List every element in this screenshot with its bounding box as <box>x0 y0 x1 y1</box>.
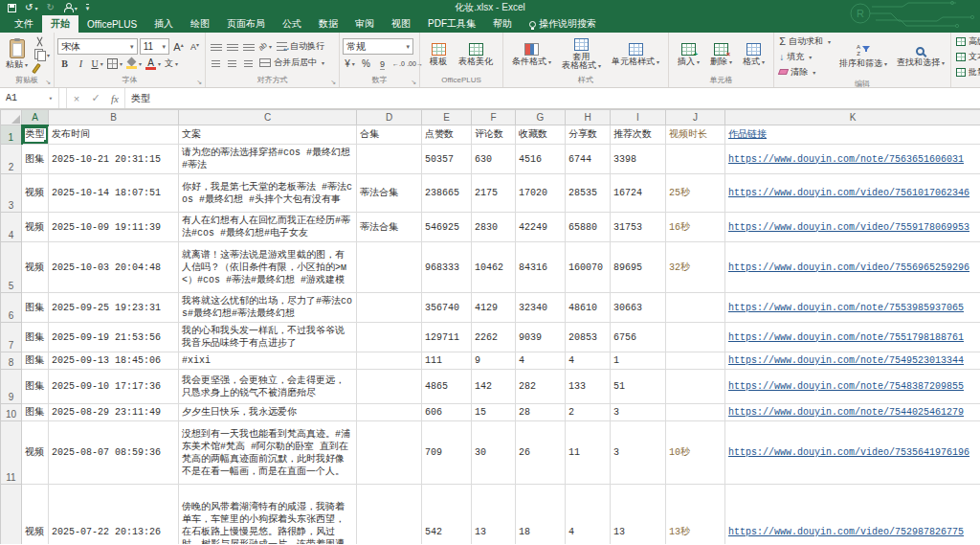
insert-cells-button[interactable]: + 插入 <box>675 42 702 68</box>
cell-C12[interactable]: 傍晚的风带着湖湾特有的咸湿，我骑着单车，车筐里的小狗探着头东张西望，在石板路上慢… <box>179 485 357 545</box>
cell-H12[interactable]: 4 <box>566 485 611 545</box>
cell-G2[interactable]: 4516 <box>516 145 566 174</box>
cell-F3[interactable]: 2175 <box>472 174 516 213</box>
cell-A1[interactable]: 类型 <box>22 125 49 145</box>
tab-data[interactable]: 数据 <box>310 15 346 33</box>
cell-B6[interactable]: 2025-09-25 19:23:31 <box>49 293 179 323</box>
column-header-K[interactable]: K <box>725 110 980 125</box>
row-header-11[interactable]: 11 <box>1 421 22 485</box>
tab-formulas[interactable]: 公式 <box>274 15 310 33</box>
cell-B10[interactable]: 2025-08-29 23:11:49 <box>49 404 179 421</box>
column-header-F[interactable]: F <box>472 110 516 125</box>
align-center-button[interactable] <box>225 56 239 70</box>
cell-A11[interactable]: 视频 <box>22 421 49 485</box>
format-painter-button[interactable] <box>33 62 51 74</box>
cell-A2[interactable]: 图集 <box>22 145 49 174</box>
cell-G4[interactable]: 42249 <box>516 213 566 242</box>
cell-F4[interactable]: 2830 <box>472 213 516 242</box>
row-header-2[interactable]: 2 <box>1 145 22 174</box>
cell-J6[interactable] <box>666 293 725 323</box>
cell-D5[interactable] <box>357 242 422 293</box>
tab-officeplus[interactable]: OfficePLUS <box>78 15 145 33</box>
align-right-button[interactable] <box>241 56 256 70</box>
cell-C3[interactable]: 你好，我是第七天堂的老板蒂法 #蒂法cos #最终幻想 #头摔个大包有没有事 <box>179 174 357 213</box>
delete-cells-button[interactable]: × 删除 <box>707 42 735 68</box>
row-header-8[interactable]: 8 <box>1 352 22 370</box>
cell-A9[interactable]: 图集 <box>22 370 49 404</box>
tab-view[interactable]: 视图 <box>383 15 419 33</box>
cell-C7[interactable]: 我的心和我头发一样乱，不过我爷爷说我音乐品味终于有点进步了 <box>179 323 357 352</box>
cell-I7[interactable]: 6756 <box>611 323 666 352</box>
cell-B8[interactable]: 2025-09-13 18:45:06 <box>49 352 179 370</box>
cell-styles-button[interactable]: 单元格样式 <box>609 42 662 68</box>
cell-H7[interactable]: 20853 <box>566 323 611 352</box>
cell-D3[interactable]: 蒂法合集 <box>357 174 422 213</box>
cell-E10[interactable]: 606 <box>422 404 472 421</box>
cell-F5[interactable]: 10462 <box>472 242 516 293</box>
cell-F8[interactable]: 9 <box>472 352 516 370</box>
autosum-button[interactable]: 自动求和 <box>777 34 833 48</box>
cell-J4[interactable]: 16秒 <box>666 213 725 242</box>
undo-button[interactable]: ↺▾ <box>25 2 37 13</box>
select-all-corner[interactable] <box>1 110 22 125</box>
row-header-4[interactable]: 4 <box>1 213 22 242</box>
cancel-icon[interactable]: × <box>67 88 86 108</box>
cell-A6[interactable]: 图集 <box>22 293 49 323</box>
cell-J11[interactable]: 10秒 <box>666 421 725 485</box>
cell-H3[interactable]: 28535 <box>566 174 611 213</box>
copy-button[interactable] <box>33 49 51 60</box>
redo-button[interactable]: ↻ <box>46 2 54 13</box>
cell-I12[interactable]: 13 <box>611 485 666 545</box>
cell-D7[interactable] <box>357 323 422 352</box>
save-button[interactable] <box>8 2 16 13</box>
cell-C1[interactable]: 文案 <box>179 125 357 145</box>
cell-H8[interactable]: 4 <box>566 352 611 370</box>
cell-D6[interactable] <box>357 293 422 323</box>
cell-G8[interactable]: 4 <box>516 352 566 370</box>
cell-K11[interactable]: https://www.douyin.com/video/75356419761… <box>725 421 980 485</box>
contact-button[interactable]: ▾ <box>63 2 78 13</box>
cell-K7[interactable]: https://www.douyin.com/note/755179818876… <box>725 323 980 352</box>
cell-A5[interactable]: 视频 <box>22 242 49 293</box>
cell-J2[interactable] <box>666 145 725 174</box>
cell-D2[interactable] <box>357 145 422 174</box>
cell-B9[interactable]: 2025-09-10 17:17:36 <box>49 370 179 404</box>
column-header-I[interactable]: I <box>611 110 666 125</box>
row-header-1[interactable]: 1 <box>1 125 22 145</box>
cell-G3[interactable]: 17020 <box>516 174 566 213</box>
tab-pdf-tools[interactable]: PDF工具集 <box>419 15 484 33</box>
insert-function-icon[interactable]: fx <box>105 88 124 108</box>
align-bottom-button[interactable] <box>241 39 256 54</box>
cell-G7[interactable]: 9039 <box>516 323 566 352</box>
wrap-text-button[interactable]: 自动换行 <box>275 40 326 54</box>
font-size-select[interactable]: 11 <box>140 38 169 55</box>
cell-J1[interactable]: 视频时长 <box>666 125 725 145</box>
format-as-table-button[interactable]: 套用表格格式 <box>559 37 604 72</box>
align-top-button[interactable] <box>209 39 223 54</box>
cell-J9[interactable] <box>666 370 725 404</box>
cell-C5[interactable]: 就离谱！这蒂法说是游戏里截的图，有人信吗？（依旧条件有限，小区拍的>м<）#co… <box>179 242 357 293</box>
increase-decimal-button[interactable] <box>391 57 406 71</box>
column-header-A[interactable]: A <box>22 110 49 125</box>
cell-E8[interactable]: 111 <box>422 352 472 370</box>
cell-J12[interactable]: 13秒 <box>666 485 725 545</box>
cell-J7[interactable] <box>666 323 725 352</box>
cell-D12[interactable] <box>357 485 422 545</box>
advanced-filter-button[interactable]: 高级筛选 <box>954 34 980 48</box>
percent-style-button[interactable] <box>359 57 373 71</box>
cell-F7[interactable]: 2262 <box>472 323 516 352</box>
batch-delete-button[interactable]: 批量删除 <box>954 65 980 79</box>
cell-E3[interactable]: 238665 <box>422 174 472 213</box>
increase-font-size-button[interactable] <box>171 39 186 54</box>
cell-K6[interactable]: https://www.douyin.com/note/755398593706… <box>725 293 980 323</box>
cell-B1[interactable]: 发布时间 <box>49 125 179 145</box>
row-header-5[interactable]: 5 <box>1 242 22 293</box>
cell-H4[interactable]: 65880 <box>566 213 611 242</box>
cell-I10[interactable]: 3 <box>611 404 666 421</box>
cell-K12[interactable]: https://www.douyin.com/video/75298782677… <box>725 485 980 545</box>
cell-E4[interactable]: 546925 <box>422 213 472 242</box>
cell-G11[interactable]: 26 <box>516 421 566 485</box>
row-header-10[interactable]: 10 <box>1 404 22 421</box>
cell-A4[interactable]: 视频 <box>22 213 49 242</box>
cell-B11[interactable]: 2025-08-07 08:59:36 <box>49 421 179 485</box>
